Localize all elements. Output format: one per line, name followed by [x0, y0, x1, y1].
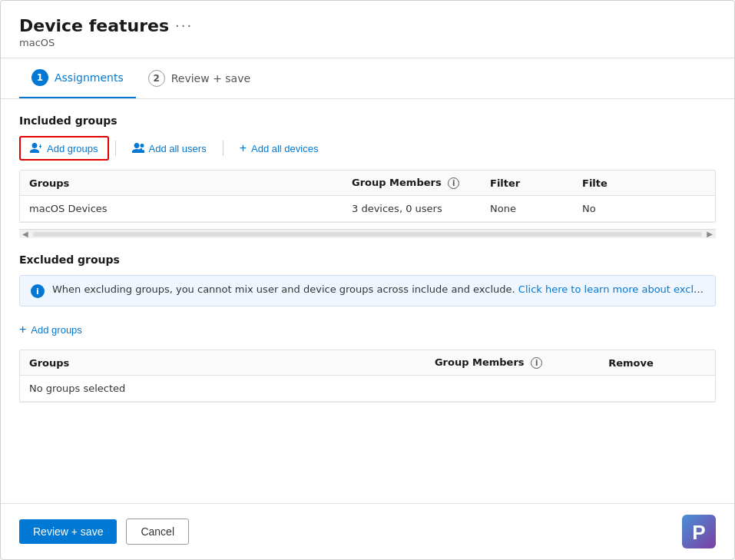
cell-group-members: 3 devices, 0 users: [343, 196, 481, 222]
footer: Review + save Cancel P: [1, 503, 734, 559]
info-banner-icon: i: [31, 284, 45, 298]
col-header-groups-included: Groups: [20, 171, 343, 196]
content-area: Included groups Add groups Add all users…: [1, 99, 734, 503]
cell-filter-mode: No: [573, 196, 715, 222]
action-divider-1: [115, 141, 116, 156]
excluded-add-groups-button[interactable]: + Add groups: [19, 319, 82, 340]
col-header-members-included: Group Members i: [343, 171, 481, 196]
plus-icon: +: [240, 142, 247, 154]
more-options-icon[interactable]: ···: [175, 18, 193, 34]
group-members-info-icon[interactable]: i: [448, 177, 459, 189]
add-all-users-label: Add all users: [149, 143, 207, 154]
tab-review-number: 2: [148, 70, 165, 87]
tab-assignments-number: 1: [31, 69, 48, 86]
col-header-filter-included: Filter: [481, 171, 573, 196]
included-groups-table-container: Groups Group Members i Filter Filte macO…: [19, 170, 716, 223]
cell-filter: None: [481, 196, 573, 222]
add-all-devices-button[interactable]: + Add all devices: [230, 137, 329, 160]
info-banner: i When excluding groups, you cannot mix …: [19, 275, 716, 307]
excluded-groups-table-container: Groups Group Members i Remove No groups …: [19, 350, 716, 403]
excluded-add-groups-label: Add groups: [31, 324, 82, 336]
scroll-left-icon[interactable]: ◀: [21, 230, 30, 238]
header: Device features ··· macOS: [1, 1, 734, 58]
excluded-groups-title: Excluded groups: [19, 253, 716, 266]
add-groups-button[interactable]: Add groups: [19, 136, 109, 161]
tab-assignments-label: Assignments: [55, 71, 124, 84]
table-row-empty: No groups selected: [20, 376, 715, 402]
cell-group-name: macOS Devices: [20, 196, 343, 222]
add-all-users-button[interactable]: Add all users: [122, 137, 217, 160]
no-groups-message: No groups selected: [20, 376, 715, 402]
tab-review-label: Review + save: [171, 72, 250, 84]
excluded-plus-icon: +: [19, 323, 26, 336]
excluded-groups-table: Groups Group Members i Remove No groups …: [20, 350, 715, 402]
horizontal-scrollbar[interactable]: ◀ ▶: [19, 229, 716, 238]
user-plus-icon: [30, 142, 42, 154]
scroll-track[interactable]: [33, 232, 703, 237]
col-header-groups-excluded: Groups: [20, 350, 425, 376]
included-groups-actions: Add groups Add all users + Add all devic…: [19, 136, 716, 161]
plex-logo-icon: P: [682, 515, 716, 548]
included-groups-table: Groups Group Members i Filter Filte macO…: [20, 171, 715, 222]
table-row: macOS Devices 3 devices, 0 users None No: [20, 196, 715, 222]
page-subtitle: macOS: [19, 37, 716, 48]
col-header-members-excluded: Group Members i: [425, 350, 599, 376]
tab-assignments[interactable]: 1 Assignments: [19, 58, 136, 98]
main-window: Device features ··· macOS 1 Assignments …: [0, 0, 735, 560]
tabs-row: 1 Assignments 2 Review + save: [1, 58, 734, 99]
add-groups-label: Add groups: [47, 143, 98, 154]
scroll-right-icon[interactable]: ▶: [705, 230, 714, 238]
review-save-button[interactable]: Review + save: [19, 519, 117, 544]
svg-text:P: P: [692, 521, 705, 544]
user-all-icon: [132, 142, 144, 154]
page-title: Device features: [19, 16, 169, 35]
group-members-excluded-info-icon[interactable]: i: [531, 357, 542, 369]
col-header-filtermode-included: Filte: [573, 171, 715, 196]
info-banner-text: When excluding groups, you cannot mix us…: [52, 283, 704, 295]
action-divider-2: [223, 141, 223, 156]
add-all-devices-label: Add all devices: [251, 143, 318, 154]
included-groups-title: Included groups: [19, 114, 716, 127]
info-banner-link[interactable]: Click here to learn more about excludi: [518, 283, 704, 295]
excluded-groups-section: Excluded groups i When excluding groups,…: [19, 253, 716, 403]
cancel-button[interactable]: Cancel: [126, 519, 189, 545]
col-header-remove: Remove: [599, 350, 715, 376]
footer-logo: P: [682, 515, 716, 548]
tab-review-save[interactable]: 2 Review + save: [136, 59, 263, 98]
